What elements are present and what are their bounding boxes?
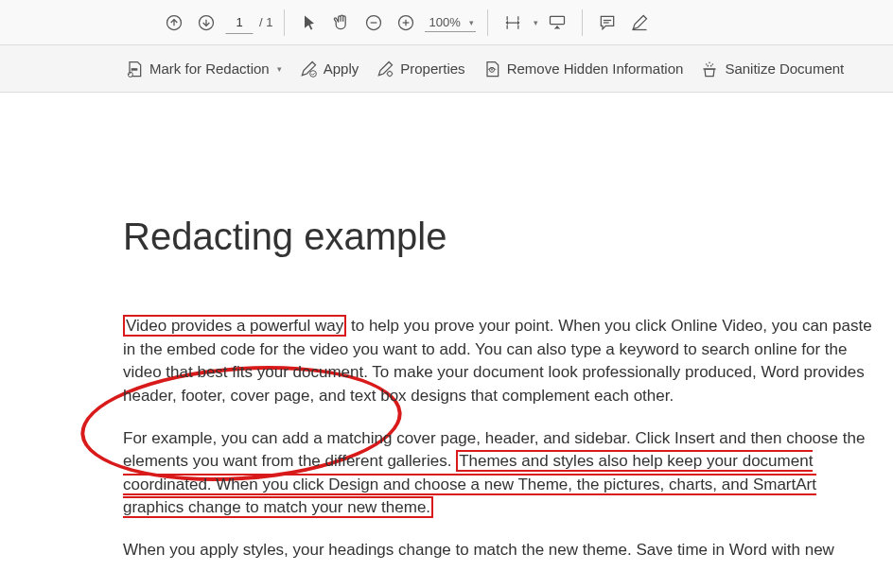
sanitize-label: Sanitize Document <box>725 61 844 77</box>
remove-hidden-info-label: Remove Hidden Information <box>507 61 684 77</box>
hand-tool-button[interactable] <box>328 9 355 36</box>
svg-point-19 <box>712 63 714 65</box>
svg-rect-11 <box>131 68 138 71</box>
redaction-mark[interactable]: Video provides a powerful way <box>123 315 346 337</box>
page-up-button[interactable] <box>161 9 187 36</box>
fit-width-button[interactable] <box>499 9 526 36</box>
pencil-icon <box>630 13 649 32</box>
document-page: Redacting example Video provides a power… <box>0 93 893 581</box>
cursor-icon <box>300 13 319 32</box>
toolbar-separator <box>487 9 488 36</box>
svg-point-18 <box>709 61 711 63</box>
document-paragraph: Video provides a powerful way to help yo… <box>123 315 880 408</box>
select-tool-button[interactable] <box>296 9 323 36</box>
minus-circle-icon <box>364 13 383 32</box>
mark-for-redaction-button[interactable]: Mark for Redaction ▾ <box>123 56 284 82</box>
sanitize-document-button[interactable]: Sanitize Document <box>698 56 846 82</box>
svg-point-17 <box>706 63 708 65</box>
document-title: Redacting example <box>123 216 884 258</box>
properties-icon <box>376 60 394 78</box>
hand-icon <box>332 13 351 32</box>
arrow-up-icon <box>165 13 184 32</box>
svg-point-13 <box>309 70 316 77</box>
chevron-down-icon: ▾ <box>277 64 282 74</box>
comment-icon <box>598 13 617 32</box>
mark-for-redaction-label: Mark for Redaction <box>149 61 270 77</box>
arrow-down-icon <box>197 13 216 32</box>
sign-button[interactable] <box>626 9 653 36</box>
toolbar-separator <box>284 9 285 36</box>
fit-width-icon <box>503 13 522 32</box>
page-total-label: / 1 <box>259 15 272 29</box>
svg-point-16 <box>491 69 493 71</box>
apply-label: Apply <box>324 61 359 77</box>
page-number-input[interactable] <box>225 11 254 34</box>
svg-rect-7 <box>551 16 565 24</box>
document-viewport[interactable]: Redacting example Video provides a power… <box>0 93 893 588</box>
read-mode-button[interactable] <box>544 9 570 36</box>
screen-down-icon <box>548 13 567 32</box>
svg-point-21 <box>710 64 712 66</box>
sanitize-icon <box>700 60 719 78</box>
main-toolbar: / 1 100% ▾ <box>0 0 893 45</box>
zoom-out-button[interactable] <box>360 9 387 36</box>
document-paragraph: For example, you can add a matching cove… <box>123 427 880 521</box>
toolbar-separator <box>582 9 583 36</box>
apply-redaction-button[interactable]: Apply <box>297 56 361 82</box>
redaction-toolbar: Mark for Redaction ▾ Apply Properties Re… <box>0 45 893 93</box>
zoom-select[interactable]: 100% <box>425 13 476 32</box>
document-paragraph: When you apply styles, your headings cha… <box>123 539 880 562</box>
apply-icon <box>299 60 318 78</box>
plus-circle-icon <box>396 13 415 32</box>
redaction-properties-button[interactable]: Properties <box>374 56 466 82</box>
properties-label: Properties <box>400 61 464 77</box>
zoom-in-button[interactable] <box>393 9 419 36</box>
chevron-down-icon: ▾ <box>534 18 538 27</box>
hidden-info-icon <box>482 60 501 78</box>
comment-button[interactable] <box>594 9 621 36</box>
page-down-button[interactable] <box>193 9 219 36</box>
remove-hidden-info-button[interactable]: Remove Hidden Information <box>481 56 686 82</box>
mark-redaction-icon <box>125 60 144 78</box>
svg-point-20 <box>708 64 709 66</box>
